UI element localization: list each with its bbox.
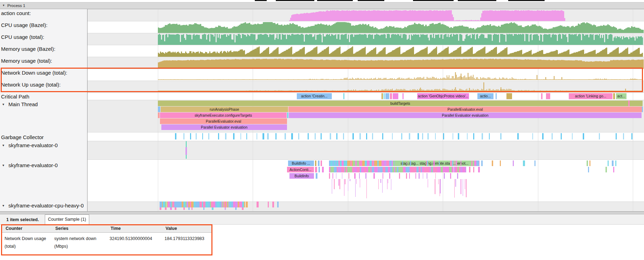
gc-event-tick[interactable] (489, 133, 490, 139)
main-thread-slice[interactable]: Parallel Evaluator evaluation (161, 124, 287, 130)
evaluator-slice[interactable] (347, 167, 350, 172)
evaluator-drip[interactable] (165, 207, 167, 210)
evaluator-drip[interactable] (175, 207, 176, 210)
gc-event-tick[interactable] (552, 133, 553, 139)
evaluator-drip[interactable] (461, 179, 461, 194)
evaluator-slice[interactable] (444, 173, 445, 179)
evaluator-slice[interactable] (455, 160, 455, 166)
evaluator-slice[interactable] (316, 173, 317, 179)
gc-event-tick[interactable] (458, 133, 459, 139)
evaluator-drip[interactable] (380, 179, 381, 183)
evaluator-slice[interactable] (456, 160, 457, 166)
evaluator-slice[interactable] (350, 167, 352, 172)
critical-path-action-slice[interactable]: action 'Creatin... (297, 93, 332, 99)
critical-path-action-slice[interactable] (385, 93, 389, 99)
evaluator-slice[interactable] (257, 201, 259, 207)
gc-event-tick[interactable] (599, 133, 600, 139)
evaluator-drip[interactable] (235, 207, 237, 210)
evaluator-drip[interactable] (212, 207, 214, 210)
evaluator-slice[interactable] (315, 167, 317, 172)
evaluator-slice[interactable] (613, 167, 614, 172)
evaluator-slice[interactable] (357, 160, 359, 166)
gc-event-tick[interactable] (291, 133, 293, 139)
evaluator-slice[interactable] (341, 167, 344, 172)
evaluator-slice[interactable] (410, 160, 411, 166)
evaluator-slice[interactable] (365, 173, 366, 179)
evaluator-slice[interactable] (615, 160, 616, 166)
evaluator-slice[interactable] (383, 173, 383, 179)
evaluator-slice[interactable]: ActionConti... (287, 167, 314, 172)
gc-event-tick[interactable] (208, 133, 209, 139)
evaluator-slice[interactable] (372, 167, 374, 172)
main-thread-slice[interactable]: Parallel Evaluator evaluation (289, 112, 642, 118)
evaluator-drip[interactable] (465, 179, 465, 189)
evaluator-slice[interactable] (409, 173, 410, 179)
evaluator-drip[interactable] (391, 179, 392, 190)
evaluator-slice[interactable] (612, 160, 614, 166)
gc-event-tick[interactable] (336, 133, 337, 139)
gc-event-tick[interactable] (500, 133, 501, 139)
evaluator-slice[interactable] (439, 160, 440, 166)
gc-event-tick[interactable] (315, 133, 316, 139)
evaluator-drip[interactable] (203, 207, 204, 210)
evaluator-slice[interactable] (315, 160, 316, 166)
evaluator-slice[interactable] (354, 173, 355, 179)
evaluator-drip[interactable] (191, 207, 192, 210)
evaluator-slice[interactable] (359, 173, 360, 179)
evaluator-slice[interactable] (353, 160, 355, 166)
evaluator-slice[interactable] (318, 167, 320, 172)
evaluator-slice[interactable] (473, 167, 474, 172)
evaluator-slice[interactable] (500, 160, 501, 166)
gc-event-tick[interactable] (262, 133, 264, 139)
evaluator-slice[interactable] (342, 173, 342, 179)
evaluator-drip[interactable] (345, 179, 345, 184)
gc-event-tick[interactable] (401, 133, 402, 139)
evaluator-slice[interactable] (367, 160, 369, 166)
gc-event-tick[interactable] (343, 133, 344, 139)
gc-event-tick[interactable] (372, 133, 373, 139)
evaluator-slice[interactable] (433, 160, 434, 166)
main-thread-slice[interactable] (287, 112, 288, 118)
process-header[interactable]: ▾ Process 1 (0, 2, 644, 9)
critical-path-action-slice[interactable] (390, 93, 392, 99)
gc-event-tick[interactable] (257, 133, 257, 139)
evaluator-slice[interactable] (332, 173, 333, 179)
evaluator-drip[interactable] (355, 179, 356, 197)
main-thread-slice[interactable] (628, 101, 630, 106)
gc-event-tick[interactable] (561, 133, 562, 139)
evaluator-drip[interactable] (350, 179, 350, 181)
gc-event-tick[interactable] (409, 133, 410, 139)
evaluator-slice[interactable] (379, 160, 382, 166)
evaluator-slice[interactable] (384, 160, 386, 166)
evaluator-drip[interactable] (332, 179, 332, 194)
evaluator-drip[interactable] (170, 207, 172, 210)
gc-event-tick[interactable] (453, 133, 453, 139)
tab-counter-sample[interactable]: Counter Sample (1) (45, 214, 89, 225)
evaluator-slice[interactable] (233, 201, 236, 207)
evaluator-slice[interactable] (329, 173, 330, 179)
evaluator-drip[interactable] (366, 179, 367, 198)
gc-event-tick[interactable] (517, 133, 519, 139)
evaluator-slice[interactable] (465, 167, 466, 172)
panel-divider[interactable] (0, 211, 644, 214)
critical-path-action-slice[interactable] (343, 93, 344, 99)
gc-event-tick[interactable] (359, 133, 361, 139)
evaluator-slice[interactable] (589, 160, 590, 166)
gc-event-tick[interactable] (428, 133, 428, 139)
evaluator-slice[interactable] (427, 160, 428, 166)
critical-path-action-slice[interactable]: action 'GenObjcProtos video/... (417, 93, 469, 99)
collapse-arrow-icon[interactable]: ▾ (3, 4, 5, 7)
collapse-arrow-icon[interactable]: ▾ (2, 163, 4, 167)
critical-path-action-slice[interactable]: actio... (477, 93, 493, 99)
counter-series[interactable] (158, 59, 644, 69)
evaluator-slice[interactable] (423, 173, 423, 179)
evaluator-drip[interactable] (183, 207, 185, 210)
counter-series[interactable] (289, 10, 565, 21)
evaluator-slice[interactable] (362, 160, 365, 166)
gc-event-tick[interactable] (382, 133, 383, 139)
evaluator-slice[interactable] (426, 160, 427, 166)
evaluator-drip[interactable] (438, 179, 439, 184)
evaluator-slice[interactable] (388, 167, 390, 172)
evaluator-drip[interactable] (382, 179, 383, 193)
gc-event-tick[interactable] (467, 133, 468, 139)
